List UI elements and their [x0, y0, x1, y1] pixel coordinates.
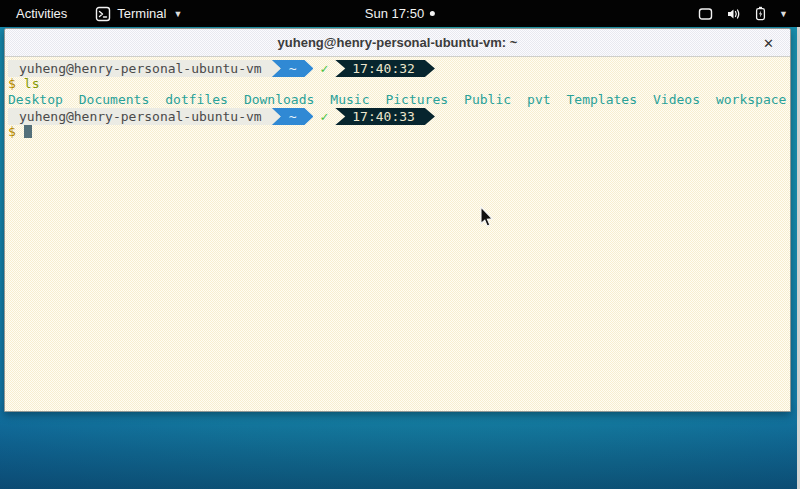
terminal-app-icon: [95, 6, 111, 22]
window-title: yuheng@henry-personal-ubuntu-vm: ~: [278, 35, 518, 50]
terminal-screen[interactable]: yuheng@henry-personal-ubuntu-vm ~ ✓ 17:4…: [5, 57, 790, 411]
window-titlebar[interactable]: yuheng@henry-personal-ubuntu-vm: ~ ✕: [5, 29, 790, 57]
directory-name: dotfiles: [165, 92, 228, 107]
terminal-block-cursor: [24, 124, 32, 138]
display-icon: [698, 7, 713, 21]
volume-icon: [726, 7, 742, 21]
close-icon[interactable]: ✕: [763, 36, 774, 49]
clock-menu[interactable]: Sun 17:50: [365, 6, 435, 21]
typed-command: ls: [24, 76, 40, 91]
prompt-user-host: yuheng@henry-personal-ubuntu-vm: [8, 108, 281, 125]
directory-name: Videos: [653, 92, 700, 107]
clock-label: Sun 17:50: [365, 6, 424, 21]
battery-charging-icon: [755, 6, 766, 21]
status-check-icon: ✓: [320, 109, 328, 125]
prompt-timestamp: 17:40:32: [335, 60, 435, 77]
system-tray-menu[interactable]: ▼: [698, 6, 788, 21]
prompt-line-1: yuheng@henry-personal-ubuntu-vm ~ ✓ 17:4…: [8, 60, 790, 77]
app-menu-label: Terminal: [117, 6, 166, 21]
directory-name: Music: [330, 92, 369, 107]
directory-name: pvt: [527, 92, 550, 107]
directory-name: Public: [464, 92, 511, 107]
prompt-symbol: $: [8, 124, 16, 139]
mouse-cursor: [479, 206, 494, 228]
chevron-down-icon: ▼: [173, 9, 182, 19]
directory-name: Downloads: [244, 92, 314, 107]
directory-name: Desktop: [8, 92, 63, 107]
prompt-line-2: yuheng@henry-personal-ubuntu-vm ~ ✓ 17:4…: [8, 108, 790, 125]
prompt-user-host: yuheng@henry-personal-ubuntu-vm: [8, 60, 281, 77]
activities-button[interactable]: Activities: [10, 4, 73, 23]
command-line: $ls: [8, 76, 790, 92]
notification-dot: [430, 11, 435, 16]
directory-name: Documents: [79, 92, 149, 107]
directory-name: Pictures: [385, 92, 448, 107]
current-input-line: $: [8, 124, 790, 140]
app-menu-terminal[interactable]: Terminal ▼: [95, 6, 182, 22]
directory-name: Templates: [567, 92, 637, 107]
chevron-down-icon: ▼: [779, 9, 788, 19]
prompt-timestamp: 17:40:33: [335, 108, 435, 125]
top-bar: Activities Terminal ▼ Sun 17:50 ▼: [0, 0, 800, 27]
terminal-window: yuheng@henry-personal-ubuntu-vm: ~ ✕ yuh…: [4, 28, 791, 412]
status-check-icon: ✓: [320, 61, 328, 77]
directory-name: workspace: [716, 92, 786, 107]
prompt-symbol: $: [8, 76, 16, 91]
ls-output-line: DesktopDocumentsdotfilesDownloadsMusicPi…: [8, 92, 790, 108]
